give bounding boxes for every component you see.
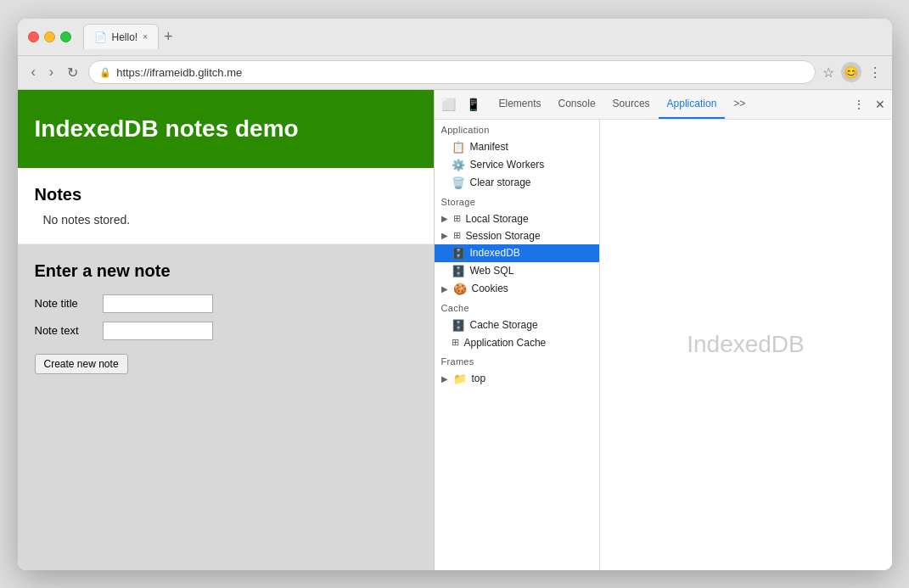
note-title-input[interactable] (103, 294, 213, 313)
devtools-actions: ⋮ ✕ (850, 96, 889, 113)
note-text-row: Note text (35, 322, 417, 340)
session-storage-icon: ⊞ (453, 230, 461, 241)
devtools-more-button[interactable]: ⋮ (850, 96, 868, 113)
frames-top-arrow: ▶ (441, 374, 448, 384)
indexeddb-placeholder-text: IndexedDB (687, 331, 805, 358)
section-label-frames: Frames (435, 351, 599, 370)
new-note-section: Enter a new note Note title Note text Cr… (18, 244, 434, 570)
application-cache-icon: ⊞ (452, 337, 459, 348)
devtools-sidebar: Application 📋 Manifest ⚙️ Service Worker… (435, 120, 600, 570)
address-bar[interactable]: 🔒 https://iframeidb.glitch.me (88, 60, 815, 84)
clear-storage-icon: 🗑️ (452, 176, 465, 189)
manifest-icon: 📋 (452, 141, 465, 154)
title-bar: 📄 Hello! × + (18, 19, 892, 56)
note-title-label: Note title (35, 297, 94, 310)
tab-application[interactable]: Application (659, 90, 726, 120)
tab-console-label: Console (558, 98, 596, 109)
tab-elements[interactable]: Elements (491, 90, 550, 120)
indexeddb-icon: 🗄️ (452, 247, 465, 260)
content-area: IndexedDB notes demo Notes No notes stor… (18, 90, 892, 570)
traffic-lights (28, 31, 71, 42)
tab-more-label: >> (733, 98, 745, 109)
devtools-close-button[interactable]: ✕ (872, 96, 889, 113)
section-label-storage: Storage (435, 192, 599, 210)
webpage: IndexedDB notes demo Notes No notes stor… (18, 90, 434, 570)
sidebar-item-cache-storage[interactable]: 🗄️ Cache Storage (435, 316, 599, 334)
sidebar-manifest-label: Manifest (470, 141, 508, 153)
tab-elements-label: Elements (499, 98, 541, 109)
sidebar-frames-top-label: top (472, 372, 486, 384)
devtools-content: Application 📋 Manifest ⚙️ Service Worker… (435, 120, 892, 570)
devtools-panel: ⬜ 📱 Elements Console Sources Application… (434, 90, 892, 570)
devtools-main-panel: IndexedDB (600, 120, 892, 570)
sidebar-item-indexeddb[interactable]: 🗄️ IndexedDB (435, 244, 599, 262)
session-storage-arrow: ▶ (441, 231, 448, 240)
tab-bar: 📄 Hello! × + (83, 24, 882, 49)
tab-sources[interactable]: Sources (604, 90, 659, 120)
cache-storage-icon: 🗄️ (452, 319, 465, 332)
minimize-button[interactable] (44, 31, 55, 42)
browser-window: 📄 Hello! × + ‹ › ↻ 🔒 https://iframeidb.g… (18, 19, 892, 570)
section-label-application: Application (435, 120, 599, 138)
sidebar-cache-storage-label: Cache Storage (470, 319, 538, 331)
tab-more[interactable]: >> (725, 90, 754, 120)
devtools-device-button[interactable]: 📱 (463, 96, 484, 113)
page-header: IndexedDB notes demo (18, 90, 434, 168)
menu-button[interactable]: ⋮ (868, 64, 882, 81)
sidebar-cookies-label: Cookies (472, 283, 508, 294)
no-notes-text: No notes stored. (43, 213, 417, 227)
note-text-input[interactable] (103, 322, 213, 340)
page-header-title: IndexedDB notes demo (35, 115, 417, 143)
avatar[interactable]: 😊 (841, 62, 861, 82)
url-text: https://iframeidb.glitch.me (116, 66, 242, 79)
sidebar-item-session-storage[interactable]: ▶ ⊞ Session Storage (435, 227, 599, 244)
tab-close-button[interactable]: × (143, 32, 148, 42)
sidebar-item-application-cache[interactable]: ⊞ Application Cache (435, 334, 599, 351)
sidebar-web-sql-label: Web SQL (470, 265, 514, 277)
tab-console[interactable]: Console (550, 90, 604, 120)
section-label-cache: Cache (435, 298, 599, 316)
new-note-heading: Enter a new note (35, 261, 417, 281)
notes-heading: Notes (35, 185, 417, 204)
sidebar-indexeddb-label: IndexedDB (470, 247, 520, 259)
close-button[interactable] (28, 31, 39, 42)
sidebar-item-service-workers[interactable]: ⚙️ Service Workers (435, 156, 599, 174)
maximize-button[interactable] (60, 31, 71, 42)
sidebar-service-workers-label: Service Workers (470, 159, 545, 171)
note-title-row: Note title (35, 294, 417, 313)
browser-tab[interactable]: 📄 Hello! × (83, 24, 160, 49)
cookies-arrow: ▶ (441, 284, 448, 294)
web-sql-icon: 🗄️ (452, 265, 465, 277)
cookies-icon: 🍪 (453, 283, 467, 295)
tab-favicon: 📄 (94, 31, 107, 43)
tab-sources-label: Sources (613, 98, 650, 109)
sidebar-item-web-sql[interactable]: 🗄️ Web SQL (435, 262, 599, 280)
lock-icon: 🔒 (99, 67, 111, 78)
sidebar-clear-storage-label: Clear storage (470, 176, 531, 188)
forward-button[interactable]: › (46, 63, 57, 81)
sidebar-item-cookies[interactable]: ▶ 🍪 Cookies (435, 280, 599, 298)
devtools-left-icons: ⬜ 📱 (438, 96, 484, 113)
sidebar-item-manifest[interactable]: 📋 Manifest (435, 138, 599, 156)
nav-bar: ‹ › ↻ 🔒 https://iframeidb.glitch.me ☆ 😊 … (18, 56, 892, 90)
sidebar-item-local-storage[interactable]: ▶ ⊞ Local Storage (435, 210, 599, 227)
sidebar-session-storage-label: Session Storage (466, 230, 541, 242)
devtools-inspect-button[interactable]: ⬜ (438, 96, 459, 113)
back-button[interactable]: ‹ (28, 63, 39, 81)
bookmark-button[interactable]: ☆ (822, 64, 834, 81)
sidebar-item-top[interactable]: ▶ 📁 top (435, 370, 599, 388)
create-note-button[interactable]: Create new note (35, 354, 128, 374)
notes-section: Notes No notes stored. (18, 168, 434, 244)
refresh-button[interactable]: ↻ (64, 63, 81, 82)
tab-title: Hello! (112, 31, 138, 43)
sidebar-item-clear-storage[interactable]: 🗑️ Clear storage (435, 174, 599, 192)
new-tab-button[interactable]: + (159, 29, 178, 44)
devtools-tabs: ⬜ 📱 Elements Console Sources Application… (435, 90, 892, 120)
sidebar-application-cache-label: Application Cache (464, 337, 547, 349)
note-text-label: Note text (35, 324, 94, 337)
tab-application-label: Application (667, 98, 717, 109)
local-storage-icon: ⊞ (453, 213, 461, 224)
service-workers-icon: ⚙️ (452, 159, 465, 171)
sidebar-local-storage-label: Local Storage (466, 213, 529, 225)
nav-actions: ☆ 😊 ⋮ (822, 62, 882, 82)
